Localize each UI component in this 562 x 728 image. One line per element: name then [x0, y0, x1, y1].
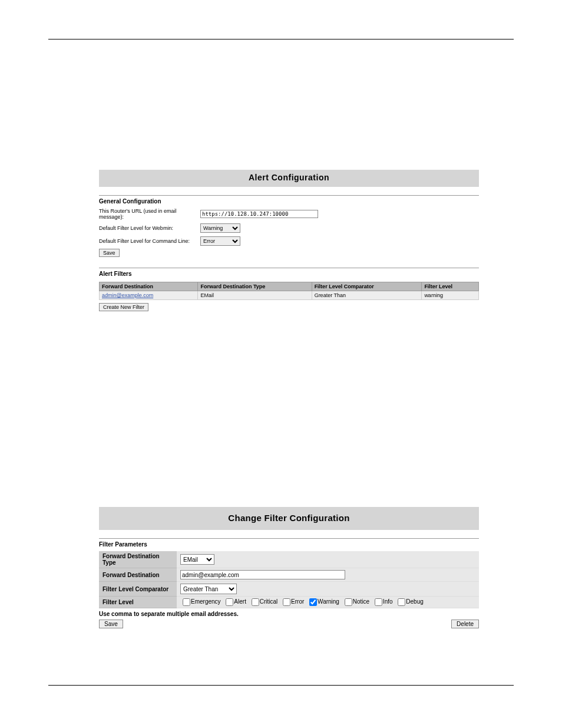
error-label: Error: [291, 598, 304, 605]
filter-level-comparator-label: Filter Level Comparator: [99, 582, 177, 597]
table-row: admin@example.com EMail Greater Than war…: [100, 291, 479, 300]
filter-delete-button[interactable]: Delete: [451, 620, 479, 628]
emergency-checkbox[interactable]: [183, 598, 190, 606]
warning-checkbox[interactable]: [309, 598, 317, 606]
col-forward-destination: Forward Destination: [100, 282, 198, 291]
critical-checkbox[interactable]: [252, 598, 259, 606]
alert-filters-table: Forward Destination Forward Destination …: [99, 282, 479, 300]
filter-destination-link[interactable]: admin@example.com: [100, 291, 198, 300]
change-filter-panel: Change Filter Configuration Filter Param…: [99, 507, 479, 628]
filter-params-table: Forward Destination Type EMail Forward D…: [99, 551, 479, 608]
filter-type-cell: EMail: [198, 291, 312, 300]
notice-checkbox[interactable]: [345, 598, 352, 606]
page-top-rule: [48, 39, 514, 39]
filter-level-cell: warning: [422, 291, 479, 300]
debug-checkbox[interactable]: [398, 598, 405, 606]
filter-save-button[interactable]: Save: [99, 620, 123, 628]
warning-label: Warning: [318, 598, 339, 605]
email-separator-note: Use comma to separate multiple email add…: [99, 611, 479, 617]
error-checkbox[interactable]: [283, 598, 290, 606]
alert-label: Alert: [234, 598, 246, 605]
alert-config-title: Alert Configuration: [99, 170, 479, 187]
info-checkbox[interactable]: [375, 598, 382, 606]
filter-level-label: Filter Level: [99, 597, 177, 608]
forward-destination-input[interactable]: [180, 570, 345, 579]
filter-level-checkbox-row: Emergency Alert Critical Error Warning N…: [177, 597, 479, 608]
cmdline-level-select[interactable]: Error: [200, 236, 240, 246]
change-filter-title: Change Filter Configuration: [99, 507, 479, 530]
router-url-label: This Router's URL (used in email message…: [99, 208, 200, 220]
router-url-input[interactable]: [200, 210, 318, 218]
emergency-label: Emergency: [191, 598, 221, 605]
notice-label: Notice: [353, 598, 369, 605]
forward-destination-type-select[interactable]: EMail: [180, 554, 214, 565]
alert-filters-heading: Alert Filters: [99, 271, 479, 277]
critical-label: Critical: [260, 598, 278, 605]
cmdline-level-label: Default Filter Level for Command Line:: [99, 238, 200, 244]
general-config-heading: General Configuration: [99, 198, 479, 205]
filter-level-comparator-select[interactable]: Greater Than: [180, 584, 237, 594]
info-label: Info: [383, 598, 393, 605]
webmin-level-label: Default Filter Level for Webmin:: [99, 225, 200, 231]
debug-label: Debug: [406, 598, 423, 605]
alert-config-panel: Alert Configuration General Configuratio…: [99, 170, 479, 311]
page-bottom-rule: [48, 685, 514, 686]
forward-destination-type-label: Forward Destination Type: [99, 551, 177, 568]
create-new-filter-button[interactable]: Create New Filter: [99, 303, 148, 311]
alert-checkbox[interactable]: [226, 598, 233, 606]
col-filter-level-comparator: Filter Level Comparator: [312, 282, 422, 291]
col-filter-level: Filter Level: [422, 282, 479, 291]
forward-destination-label: Forward Destination: [99, 568, 177, 582]
filter-parameters-heading: Filter Parameters: [99, 541, 479, 548]
general-save-button[interactable]: Save: [99, 249, 120, 257]
webmin-level-select[interactable]: Warning: [200, 223, 240, 233]
col-forward-destination-type: Forward Destination Type: [198, 282, 312, 291]
filter-comparator-cell: Greater Than: [312, 291, 422, 300]
